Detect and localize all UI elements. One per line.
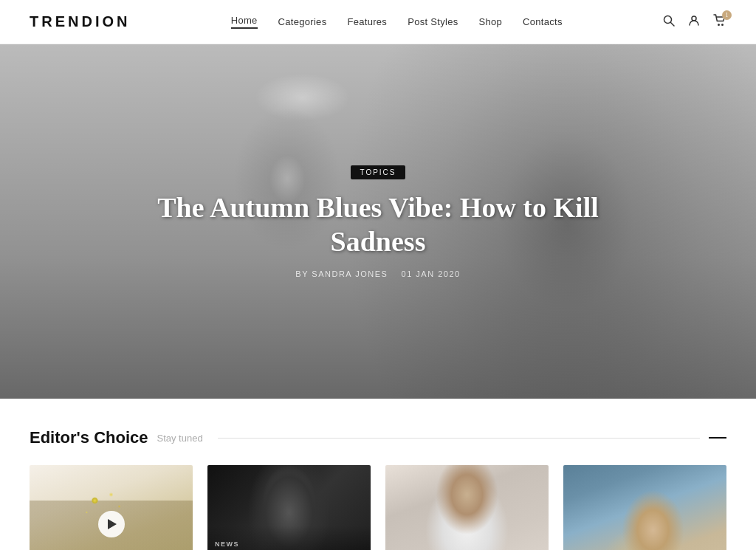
hero-badge[interactable]: TOPICS [351, 165, 405, 179]
hero-title: The Autumn Blues Vibe: How to Kill Sadne… [157, 191, 599, 258]
section-header: Editor's Choice Stay tuned [30, 428, 726, 447]
logo[interactable]: TRENDION [30, 13, 130, 30]
card-4-image [563, 465, 726, 550]
main-nav: Home Categories Features Post Styles Sho… [231, 15, 563, 29]
card-3-image [385, 465, 549, 550]
search-icon[interactable] [663, 15, 675, 30]
hero-meta: BY SANDRA JONES 01 JAN 2020 [157, 269, 599, 278]
header: TRENDION Home Categories Features Post S… [0, 0, 756, 44]
card-1-image [30, 465, 193, 550]
hero-author: BY SANDRA JONES [295, 269, 388, 278]
cart-count: 1 [722, 10, 732, 20]
nav-features[interactable]: Features [347, 16, 387, 27]
section-title: Editor's Choice [30, 428, 148, 447]
nav-shop[interactable]: Shop [478, 16, 502, 27]
play-button[interactable] [98, 511, 125, 537]
cart-icon[interactable]: 1 [713, 14, 726, 30]
card-2-overlay-category: NEWS [215, 540, 363, 548]
card-1[interactable]: NEWS Trending Photos on the Internet thi… [30, 465, 193, 550]
nav-home[interactable]: Home [231, 15, 258, 29]
editors-choice-section: Editor's Choice Stay tuned NEWS Trending… [0, 399, 756, 550]
card-2-overlay: NEWS The Best Clothing Brand Commercial [207, 526, 371, 550]
user-icon[interactable] [688, 15, 700, 30]
play-triangle-icon [108, 519, 117, 529]
nav-post-styles[interactable]: Post Styles [408, 16, 458, 27]
card-3-detail [385, 465, 549, 550]
nav-contacts[interactable]: Contacts [523, 16, 563, 27]
header-icons: 1 [663, 14, 726, 30]
hero-section[interactable]: TOPICS The Autumn Blues Vibe: How to Kil… [0, 44, 756, 399]
svg-line-1 [670, 22, 674, 26]
card-4-detail [563, 465, 726, 550]
section-divider-line [218, 438, 700, 439]
hero-date: 01 JAN 2020 [402, 269, 461, 278]
cards-grid: NEWS Trending Photos on the Internet thi… [30, 465, 726, 550]
svg-point-2 [692, 16, 696, 21]
section-dash [709, 437, 726, 439]
card-2[interactable]: NEWS The Best Clothing Brand Commercial [207, 465, 371, 550]
hero-content: TOPICS The Autumn Blues Vibe: How to Kil… [157, 165, 599, 278]
nav-categories[interactable]: Categories [278, 16, 327, 27]
section-subtitle: Stay tuned [157, 433, 202, 444]
card-4[interactable]: NEWS Simple Rules of Happy and Healthy L… [563, 465, 726, 550]
card-2-image: NEWS The Best Clothing Brand Commercial [207, 465, 371, 550]
svg-point-3 [718, 24, 720, 26]
svg-point-4 [721, 24, 724, 26]
card-3[interactable]: NEWS New Advertisement Agencies in Europ… [385, 465, 549, 550]
